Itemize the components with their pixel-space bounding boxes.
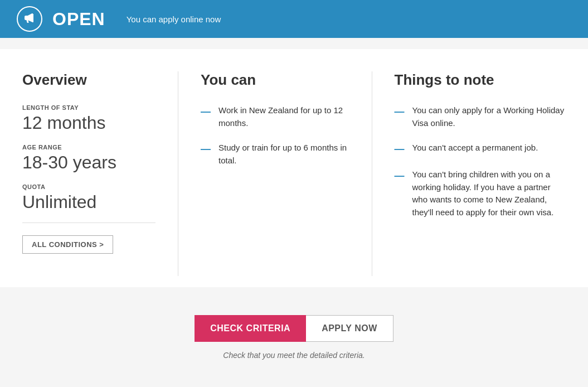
you-can-item-1: Work in New Zealand for up to 12 months. xyxy=(218,104,349,129)
overview-column: Overview LENGTH OF STAY 12 months AGE RA… xyxy=(22,71,178,276)
you-can-item-2: Study or train for up to 6 months in tot… xyxy=(218,142,349,167)
dash-icon: — xyxy=(395,169,405,183)
cta-buttons: CHECK CRITERIA APPLY NOW xyxy=(195,315,393,342)
things-to-note-column: Things to note — You can only apply for … xyxy=(372,71,566,276)
dash-icon: — xyxy=(395,105,405,119)
dash-icon: — xyxy=(201,105,211,119)
status-icon xyxy=(17,6,42,32)
note-item-2: You can't accept a permanent job. xyxy=(412,142,538,154)
note-item-1: You can only apply for a Working Holiday… xyxy=(412,104,566,129)
apply-now-button[interactable]: APPLY NOW xyxy=(306,315,393,342)
length-of-stay-value: 12 months xyxy=(22,113,155,133)
list-item: — You can't bring children with you on a… xyxy=(395,168,566,219)
list-item: — Work in New Zealand for up to 12 month… xyxy=(201,104,349,129)
age-range-value: 18-30 years xyxy=(22,153,155,172)
things-to-note-list: — You can only apply for a Working Holid… xyxy=(395,104,566,219)
dash-icon: — xyxy=(201,142,211,156)
note-item-3: You can't bring children with you on a w… xyxy=(412,168,566,219)
list-item: — You can only apply for a Working Holid… xyxy=(395,104,566,129)
header-spacer xyxy=(0,38,588,49)
overview-title: Overview xyxy=(22,71,155,89)
you-can-list: — Work in New Zealand for up to 12 month… xyxy=(201,104,349,167)
page-header: OPEN You can apply online now xyxy=(0,0,588,38)
you-can-column: You can — Work in New Zealand for up to … xyxy=(178,71,372,276)
all-conditions-button[interactable]: ALL CONDITIONS > xyxy=(22,235,113,254)
content-grid: Overview LENGTH OF STAY 12 months AGE RA… xyxy=(22,71,566,276)
quota-label: QUOTA xyxy=(22,183,155,190)
length-of-stay-label: LENGTH OF STAY xyxy=(22,104,155,111)
dash-icon: — xyxy=(395,142,405,156)
list-item: — You can't accept a permanent job. xyxy=(395,142,566,156)
things-to-note-title: Things to note xyxy=(395,71,566,89)
overview-divider xyxy=(22,222,155,223)
check-criteria-button[interactable]: CHECK CRITERIA xyxy=(195,315,306,342)
list-item: — Study or train for up to 6 months in t… xyxy=(201,142,349,167)
status-title: OPEN xyxy=(52,9,105,30)
header-subtitle: You can apply online now xyxy=(127,14,221,24)
age-range-label: AGE RANGE xyxy=(22,144,155,151)
cta-section: CHECK CRITERIA APPLY NOW Check that you … xyxy=(0,287,588,382)
you-can-title: You can xyxy=(201,71,349,89)
quota-value: Unlimited xyxy=(22,192,155,212)
main-content: Overview LENGTH OF STAY 12 months AGE RA… xyxy=(0,49,588,287)
cta-note: Check that you meet the detailed criteri… xyxy=(223,351,365,360)
